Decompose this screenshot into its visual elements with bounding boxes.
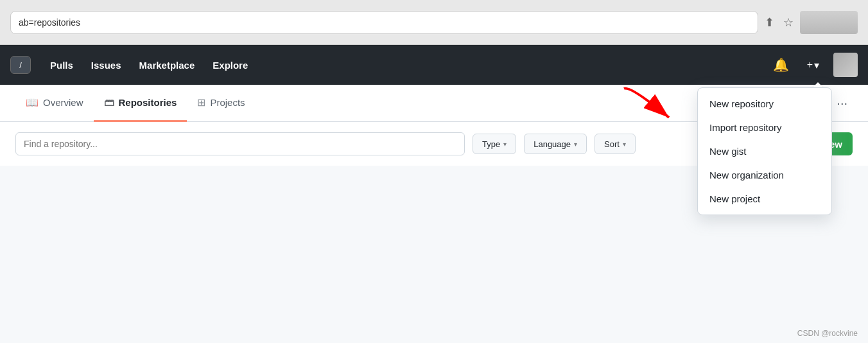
nav-issues[interactable]: Issues (82, 45, 130, 85)
tab-repositories-label: Repositories (119, 97, 177, 108)
dropdown-import-repository[interactable]: Import repository (698, 116, 831, 139)
language-label: Language (534, 139, 571, 149)
repositories-icon: 🗃 (104, 97, 114, 109)
bell-icon: 🔔 (773, 58, 789, 72)
avatar[interactable] (833, 53, 858, 77)
overview-icon: 📖 (26, 96, 39, 109)
type-chevron-icon: ▾ (503, 141, 507, 148)
tab-projects[interactable]: ⊞ Projects (187, 85, 255, 122)
notifications-button[interactable]: 🔔 (769, 55, 793, 75)
chevron-down-icon: ▾ (814, 59, 819, 71)
language-chevron-icon: ▾ (574, 141, 577, 148)
dropdown-new-repository[interactable]: New repository (698, 92, 831, 116)
dropdown-new-project[interactable]: New project (698, 187, 831, 211)
browser-icons: ⬆ ☆ (765, 15, 794, 30)
sort-label: Sort (604, 139, 620, 149)
nav-links: Pulls Issues Marketplace Explore (41, 45, 257, 85)
nav-marketplace[interactable]: Marketplace (130, 45, 204, 85)
tabs-more-button[interactable]: ··· (831, 93, 853, 113)
create-dropdown: New repository Import repository New gis… (697, 82, 832, 215)
dropdown-arrow (813, 82, 823, 87)
watermark: CSDN @rockvine (797, 329, 858, 338)
dropdown-new-organization[interactable]: New organization (698, 163, 831, 187)
type-label: Type (482, 139, 500, 149)
plus-icon: + (807, 59, 813, 71)
tab-repositories[interactable]: 🗃 Repositories (94, 85, 187, 122)
slash-command-button[interactable]: / (10, 56, 31, 74)
tab-projects-label: Projects (210, 97, 245, 108)
language-filter-button[interactable]: Language ▾ (524, 134, 587, 154)
tab-overview-label: Overview (43, 97, 83, 108)
nav-pulls[interactable]: Pulls (41, 45, 82, 85)
browser-tab-area (800, 11, 858, 34)
share-icon[interactable]: ⬆ (765, 15, 774, 30)
browser-chrome: ab=repositories ⬆ ☆ (0, 0, 868, 45)
github-navbar: / Pulls Issues Marketplace Explore 🔔 + ▾ (0, 45, 868, 85)
sort-filter-button[interactable]: Sort ▾ (595, 134, 636, 154)
search-input[interactable] (15, 132, 465, 155)
slash-icon: / (19, 60, 22, 70)
type-filter-button[interactable]: Type ▾ (473, 134, 516, 154)
create-new-button[interactable]: + ▾ (803, 57, 823, 74)
bookmark-icon[interactable]: ☆ (783, 15, 794, 30)
projects-icon: ⊞ (197, 96, 205, 109)
nav-explore[interactable]: Explore (204, 45, 257, 85)
dropdown-menu: New repository Import repository New gis… (697, 87, 832, 215)
sort-chevron-icon: ▾ (623, 141, 626, 148)
dropdown-new-gist[interactable]: New gist (698, 139, 831, 163)
address-bar-text: ab=repositories (19, 17, 80, 28)
tab-overview[interactable]: 📖 Overview (15, 85, 94, 122)
red-arrow-indicator (618, 82, 695, 136)
address-bar[interactable]: ab=repositories (10, 11, 758, 34)
